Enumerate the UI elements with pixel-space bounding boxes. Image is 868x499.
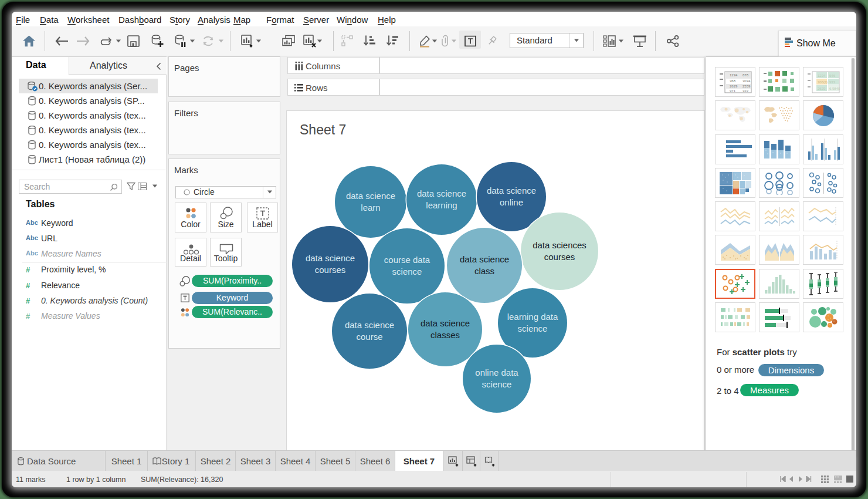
svg-text:678: 678 [742, 73, 749, 77]
svg-text:6.9840: 6.9840 [829, 87, 840, 90]
svg-text:546: 546 [829, 74, 836, 77]
svg-text:933: 933 [829, 80, 836, 84]
svg-text:1234: 1234 [818, 74, 826, 77]
svg-text:322: 322 [742, 89, 749, 93]
svg-text:368: 368 [730, 79, 736, 83]
svg-text:2559: 2559 [742, 85, 751, 88]
svg-text:1234: 1234 [730, 73, 738, 77]
svg-text:3034: 3034 [742, 79, 751, 83]
svg-text:2629: 2629 [730, 85, 738, 88]
svg-text:2629: 2629 [818, 87, 826, 90]
svg-text:306(3): 306(3) [818, 80, 828, 84]
svg-text:971: 971 [730, 89, 736, 93]
